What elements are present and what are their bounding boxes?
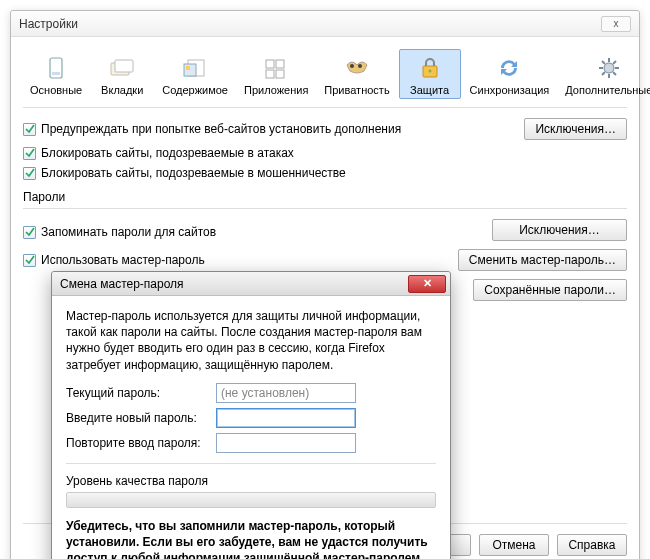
svg-rect-6 — [186, 66, 190, 70]
remember-passwords-checkbox[interactable]: Запоминать пароли для сайтов — [23, 225, 216, 239]
tab-security[interactable]: Защита — [399, 49, 461, 99]
general-icon — [30, 54, 82, 82]
svg-line-23 — [613, 61, 616, 64]
tab-label: Защита — [406, 84, 454, 96]
applications-icon — [244, 54, 308, 82]
dialog-description: Мастер-пароль используется для защиты ли… — [66, 308, 436, 373]
svg-rect-3 — [115, 60, 133, 72]
tab-label: Приватность — [324, 84, 389, 96]
sync-icon — [470, 54, 550, 82]
passwords-title: Пароли — [23, 190, 627, 204]
tab-label: Основные — [30, 84, 82, 96]
category-toolbar: Основные Вкладки Содержимое Приложения П… — [23, 45, 627, 108]
quality-meter — [66, 492, 436, 508]
help-button[interactable]: Справка — [557, 534, 627, 556]
saved-passwords-button[interactable]: Сохранённые пароли… — [473, 279, 627, 301]
titlebar: Настройки x — [11, 11, 639, 37]
change-master-password-dialog: Смена мастер-пароля ✕ Мастер-пароль испо… — [51, 271, 451, 559]
checkbox-icon — [23, 167, 36, 180]
cancel-button[interactable]: Отмена — [479, 534, 549, 556]
addons-section: Предупреждать при попытке веб-сайтов уст… — [23, 118, 627, 180]
checkbox-icon — [23, 123, 36, 136]
checkbox-label: Предупреждать при попытке веб-сайтов уст… — [41, 122, 401, 136]
dialog-warning: Убедитесь, что вы запомнили мастер-парол… — [66, 518, 436, 559]
tab-advanced[interactable]: Дополнительные — [558, 49, 650, 99]
tab-general[interactable]: Основные — [23, 49, 89, 99]
content-icon — [162, 54, 228, 82]
window-title: Настройки — [19, 17, 78, 31]
gear-icon — [565, 54, 650, 82]
new-password-input[interactable] — [216, 408, 356, 428]
tab-privacy[interactable]: Приватность — [317, 49, 396, 99]
svg-point-15 — [604, 63, 614, 73]
svg-line-22 — [602, 72, 605, 75]
settings-window: Настройки x Основные Вкладки Содержимое … — [10, 10, 640, 559]
svg-point-11 — [350, 64, 354, 68]
block-attack-checkbox[interactable]: Блокировать сайты, подозреваемые в атака… — [23, 146, 294, 160]
dialog-close-button[interactable]: ✕ — [408, 275, 446, 293]
tab-applications[interactable]: Приложения — [237, 49, 315, 99]
current-password-input — [216, 383, 356, 403]
checkbox-label: Блокировать сайты, подозреваемые в атака… — [41, 146, 294, 160]
checkbox-label: Запоминать пароли для сайтов — [41, 225, 216, 239]
repeat-password-input[interactable] — [216, 433, 356, 453]
svg-rect-9 — [266, 70, 274, 78]
svg-line-21 — [613, 72, 616, 75]
close-icon: ✕ — [423, 277, 432, 290]
tab-label: Вкладки — [98, 84, 146, 96]
use-master-password-checkbox[interactable]: Использовать мастер-пароль — [23, 253, 205, 267]
warn-install-checkbox[interactable]: Предупреждать при попытке веб-сайтов уст… — [23, 122, 401, 136]
repeat-password-label: Повторите ввод пароля: — [66, 436, 216, 450]
close-icon: x — [614, 18, 619, 29]
addons-exceptions-button[interactable]: Исключения… — [524, 118, 627, 140]
privacy-icon — [324, 54, 389, 82]
tab-label: Синхронизация — [470, 84, 550, 96]
svg-point-14 — [428, 70, 431, 73]
quality-meter-label: Уровень качества пароля — [66, 474, 436, 488]
svg-line-20 — [602, 61, 605, 64]
dialog-titlebar: Смена мастер-пароля ✕ — [52, 272, 450, 296]
checkbox-icon — [23, 226, 36, 239]
tab-label: Приложения — [244, 84, 308, 96]
svg-rect-7 — [266, 60, 274, 68]
tab-label: Дополнительные — [565, 84, 650, 96]
checkbox-label: Блокировать сайты, подозреваемые в мошен… — [41, 166, 346, 180]
passwords-exceptions-button[interactable]: Исключения… — [492, 219, 627, 241]
checkbox-icon — [23, 147, 36, 160]
checkbox-icon — [23, 254, 36, 267]
svg-rect-8 — [276, 60, 284, 68]
tabs-icon — [98, 54, 146, 82]
current-password-label: Текущий пароль: — [66, 386, 216, 400]
tab-label: Содержимое — [162, 84, 228, 96]
lock-icon — [406, 54, 454, 82]
new-password-label: Введите новый пароль: — [66, 411, 216, 425]
checkbox-label: Использовать мастер-пароль — [41, 253, 205, 267]
change-master-password-button[interactable]: Сменить мастер-пароль… — [458, 249, 627, 271]
tab-sync[interactable]: Синхронизация — [463, 49, 557, 99]
svg-rect-10 — [276, 70, 284, 78]
svg-point-12 — [358, 64, 362, 68]
block-fraud-checkbox[interactable]: Блокировать сайты, подозреваемые в мошен… — [23, 166, 346, 180]
dialog-body: Мастер-пароль используется для защиты ли… — [52, 296, 450, 559]
tab-content[interactable]: Содержимое — [155, 49, 235, 99]
dialog-title: Смена мастер-пароля — [60, 277, 184, 291]
svg-rect-1 — [52, 72, 60, 75]
tab-tabs[interactable]: Вкладки — [91, 49, 153, 99]
close-button[interactable]: x — [601, 16, 631, 32]
